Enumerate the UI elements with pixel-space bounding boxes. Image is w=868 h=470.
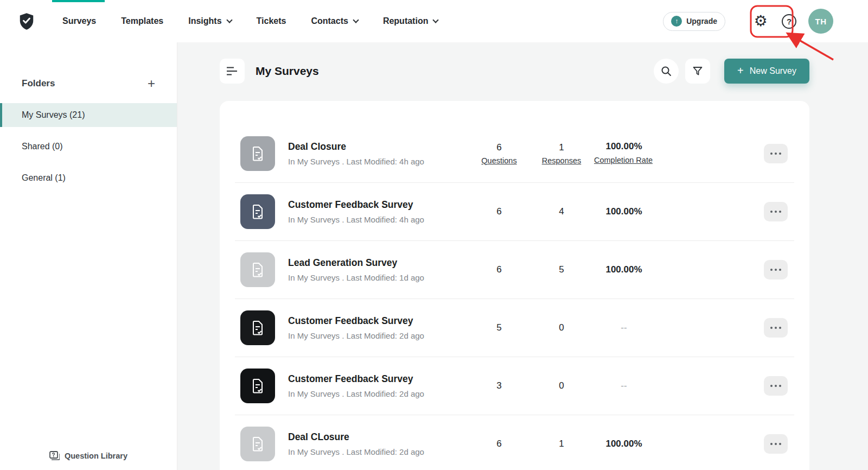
survey-title[interactable]: Deal CLosure [288,431,469,443]
survey-title[interactable]: Customer Feedback Survey [288,199,469,211]
survey-meta: In My Surveys . Last Modified: 4h ago [288,215,469,224]
responses-cell: 5 [529,264,594,275]
search-icon [661,66,672,77]
questions-count: 6 [469,439,529,449]
completion-cell: 100.00% [594,206,654,217]
help-glyph: ? [787,17,792,26]
surveys-list-card: Deal Closure In My Surveys . Last Modifi… [220,101,809,470]
nav-item-surveys[interactable]: Surveys [50,0,108,42]
search-button[interactable] [654,59,679,84]
add-folder-button[interactable]: + [148,77,155,90]
survey-title[interactable]: Customer Feedback Survey [288,373,469,385]
survey-row[interactable]: Deal CLosure In My Surveys . Last Modifi… [220,415,809,470]
ellipsis-icon [770,153,773,155]
nav-item-tickets[interactable]: Tickets [244,0,299,42]
survey-info: Deal Closure In My Surveys . Last Modifi… [288,141,469,166]
chevron-down-icon [226,17,232,23]
nav-label: Tickets [257,16,286,26]
responses-cell: 0 [529,380,594,391]
ellipsis-icon [770,443,773,446]
survey-info: Customer Feedback Survey In My Surveys .… [288,373,469,398]
survey-row[interactable]: Deal Closure In My Surveys . Last Modifi… [220,125,809,182]
sidebar-item-general[interactable]: General (1) [0,166,177,190]
responses-count: 0 [529,380,594,391]
questions-count: 6 [469,142,529,153]
completion-cell: -- [594,322,654,333]
question-library-button[interactable]: Question Library [0,451,177,460]
nav-label: Contacts [311,16,348,26]
survey-meta: In My Surveys . Last Modified: 4h ago [288,157,469,166]
filter-funnel-icon [692,66,703,77]
responses-count: 4 [529,206,594,217]
questions-cell: 3 [469,380,529,391]
nav-item-reputation[interactable]: Reputation [371,0,451,42]
completion-rate: 100.00% [594,206,654,217]
new-survey-button[interactable]: + New Survey [724,59,809,84]
responses-count: 1 [529,142,594,153]
survey-doc-icon [240,194,275,229]
survey-info: Customer Feedback Survey In My Surveys .… [288,315,469,340]
questions-count: 6 [469,206,529,217]
ellipsis-icon [770,269,773,271]
folders-title: Folders [22,78,55,89]
nav-item-contacts[interactable]: Contacts [298,0,370,42]
nav-label: Surveys [62,16,96,26]
upgrade-label: Upgrade [686,17,717,26]
responses-cell: 4 [529,206,594,217]
completion-cell: 100.00% [594,439,654,449]
nav-item-insights[interactable]: Insights [176,0,244,42]
upgrade-arrow-icon: ↑ [671,16,682,27]
main-nav: Surveys Templates Insights Tickets Conta… [50,0,450,42]
nav-label: Templates [121,16,163,26]
survey-title[interactable]: Lead Generation Survey [288,257,469,269]
completion-cell: 100.00% Completion Rate [594,141,654,166]
nav-label: Reputation [383,16,429,26]
responses-count: 1 [529,439,594,449]
sidebar: Folders + My Surveys (21) Shared (0) Gen… [0,42,177,470]
chevron-down-icon [353,17,359,23]
help-icon[interactable]: ? [782,14,796,29]
filter-button[interactable] [685,59,710,84]
sidebar-item-my-surveys[interactable]: My Surveys (21) [0,103,177,127]
survey-row[interactable]: Customer Feedback Survey In My Surveys .… [220,357,809,415]
questions-link[interactable]: Questions [481,156,516,165]
row-menu-button[interactable] [764,376,788,396]
survey-row[interactable]: Lead Generation Survey In My Surveys . L… [220,241,809,298]
survey-row[interactable]: Customer Feedback Survey In My Surveys .… [220,183,809,240]
ellipsis-icon [770,385,773,388]
page-title: My Surveys [256,65,319,78]
questions-cell: 6 [469,264,529,275]
nav-item-templates[interactable]: Templates [108,0,176,42]
questions-cell: 5 [469,322,529,333]
user-avatar[interactable]: TH [808,9,833,34]
app-logo[interactable] [18,12,35,30]
questions-count: 5 [469,322,529,333]
survey-info: Deal CLosure In My Surveys . Last Modifi… [288,431,469,456]
survey-title[interactable]: Customer Feedback Survey [288,315,469,327]
plus-icon: + [737,65,744,77]
completion-rate: 100.00% [594,439,654,449]
main-content: My Surveys + New Survey Deal Closure [177,42,868,470]
survey-doc-icon [240,252,275,287]
ellipsis-icon [770,327,773,329]
responses-cell: 0 [529,322,594,333]
page-header: My Surveys + New Survey [220,59,809,84]
completion-cell: -- [594,380,654,391]
settings-gear-icon[interactable]: ⚙ [751,14,770,29]
completion-rate-link[interactable]: Completion Rate [594,155,654,166]
list-view-toggle-button[interactable] [220,59,245,84]
survey-doc-icon [240,136,275,171]
upgrade-button[interactable]: ↑ Upgrade [663,12,725,31]
row-menu-button[interactable] [764,434,788,454]
survey-meta: In My Surveys . Last Modified: 2d ago [288,447,469,456]
sidebar-item-shared[interactable]: Shared (0) [0,135,177,158]
responses-link[interactable]: Responses [542,156,582,165]
survey-row[interactable]: Customer Feedback Survey In My Surveys .… [220,299,809,357]
row-menu-button[interactable] [764,318,788,338]
question-library-icon [49,451,60,460]
row-menu-button[interactable] [764,202,788,221]
row-menu-button[interactable] [764,144,788,163]
survey-doc-icon [240,427,275,461]
row-menu-button[interactable] [764,260,788,280]
survey-title[interactable]: Deal Closure [288,141,469,153]
